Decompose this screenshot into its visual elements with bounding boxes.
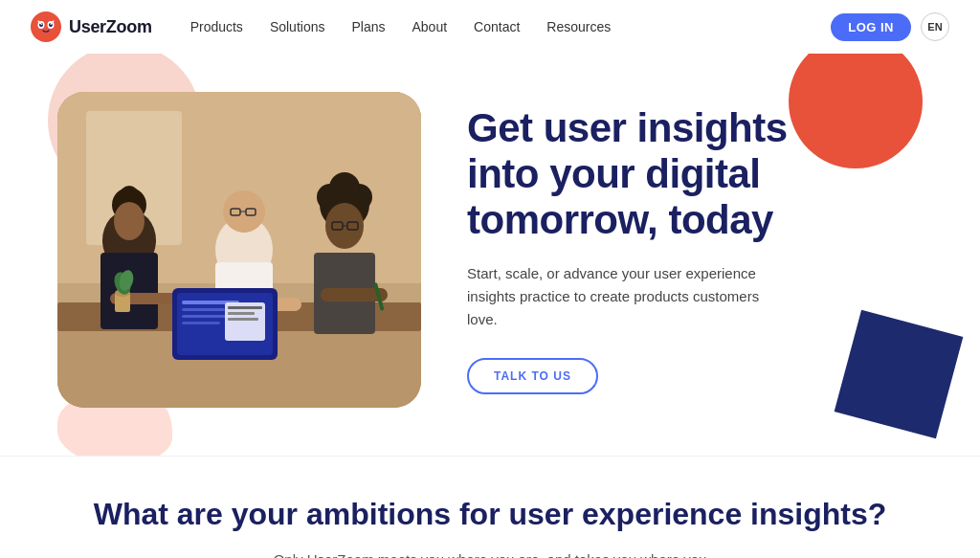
svg-rect-44	[228, 312, 255, 315]
bottom-section: What are your ambitions for user experie…	[0, 456, 980, 558]
svg-rect-41	[182, 322, 220, 324]
hero-content: Get user insights into your digital tomo…	[421, 105, 823, 395]
svg-point-28	[329, 172, 360, 203]
nav-links: Products Solutions Plans About Contact R…	[190, 18, 832, 35]
hero-heading: Get user insights into your digital tomo…	[467, 105, 823, 244]
language-button[interactable]: EN	[921, 12, 949, 41]
logo-icon	[31, 11, 61, 42]
logo-label: UserZoom	[69, 17, 152, 37]
login-button[interactable]: LOG IN	[831, 13, 911, 41]
svg-point-0	[31, 11, 61, 42]
hero-subtext: Start, scale, or advance your user exper…	[467, 262, 792, 331]
nav-plans[interactable]: Plans	[351, 19, 385, 34]
bottom-heading: What are your ambitions for user experie…	[57, 495, 923, 533]
hero-illustration	[57, 92, 421, 408]
deco-navy-square	[835, 310, 964, 439]
logo[interactable]: UserZoom	[31, 11, 152, 42]
bottom-subtext: Only UserZoom meets you where you are, a…	[260, 548, 720, 558]
nav-solutions[interactable]: Solutions	[270, 19, 325, 34]
talk-to-us-button[interactable]: TALK TO US	[467, 358, 598, 394]
nav-products[interactable]: Products	[190, 19, 243, 34]
hero-image	[57, 92, 421, 408]
svg-rect-39	[182, 308, 225, 311]
svg-rect-43	[228, 306, 262, 309]
hero-section: Get user insights into your digital tomo…	[0, 54, 980, 456]
svg-rect-45	[228, 318, 258, 321]
nav-right: LOG IN EN	[831, 12, 949, 41]
navbar: UserZoom Products Solutions Plans About …	[0, 0, 980, 54]
nav-about[interactable]: About	[412, 19, 448, 34]
nav-resources[interactable]: Resources	[546, 19, 611, 34]
nav-contact[interactable]: Contact	[474, 19, 520, 34]
svg-point-15	[114, 202, 145, 240]
